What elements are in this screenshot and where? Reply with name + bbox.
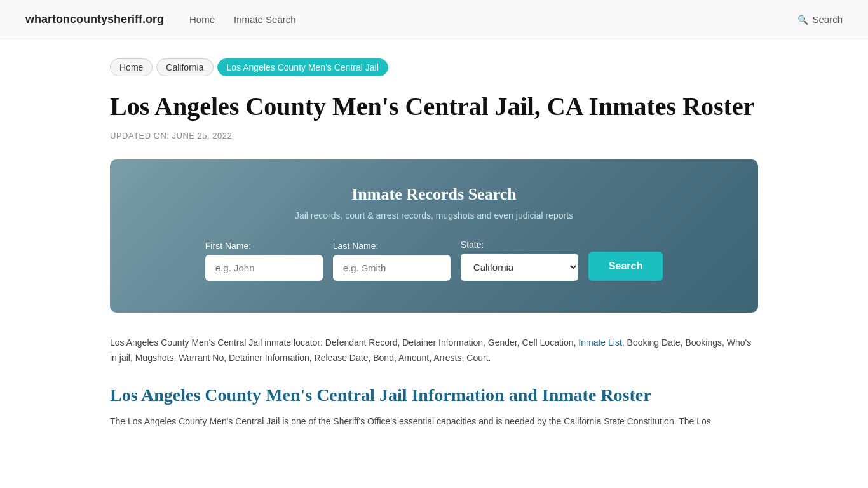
updated-label: UPDATED ON:	[110, 131, 169, 140]
breadcrumb-california[interactable]: California	[156, 58, 213, 76]
search-form: First Name: Last Name: State: AlabamaAla…	[148, 240, 720, 281]
state-label: State:	[461, 240, 484, 250]
navbar: whartoncountysheriff.org Home Inmate Sea…	[0, 0, 868, 39]
state-select[interactable]: AlabamaAlaskaArizonaArkansasCaliforniaCo…	[461, 254, 578, 281]
site-brand[interactable]: whartoncountysheriff.org	[25, 13, 164, 26]
nav-inmate-search[interactable]: Inmate Search	[234, 14, 296, 25]
first-name-label: First Name:	[205, 241, 251, 251]
nav-links: Home Inmate Search	[189, 14, 772, 25]
inmate-list-link[interactable]: Inmate List	[578, 337, 621, 348]
breadcrumb: Home California Los Angeles County Men's…	[110, 58, 758, 76]
search-panel: Inmate Records Search Jail records, cour…	[110, 159, 758, 313]
search-icon: 🔍	[797, 15, 808, 25]
first-name-group: First Name:	[205, 241, 323, 281]
state-group: State: AlabamaAlaskaArizonaArkansasCalif…	[461, 240, 578, 281]
nav-home[interactable]: Home	[189, 14, 215, 25]
first-name-input[interactable]	[205, 255, 323, 281]
bottom-text: The Los Angeles County Men's Central Jai…	[110, 414, 758, 430]
search-button[interactable]: Search	[588, 252, 663, 281]
search-panel-title: Inmate Records Search	[148, 185, 720, 204]
navbar-search[interactable]: 🔍 Search	[797, 14, 843, 25]
navbar-search-label: Search	[812, 14, 843, 25]
breadcrumb-home[interactable]: Home	[110, 58, 153, 76]
last-name-input[interactable]	[333, 255, 451, 281]
last-name-label: Last Name:	[333, 241, 379, 251]
updated-date-value: JUNE 25, 2022	[172, 131, 233, 140]
last-name-group: Last Name:	[333, 241, 451, 281]
section-heading: Los Angeles County Men's Central Jail In…	[110, 385, 758, 405]
page-title: Los Angeles County Men's Central Jail, C…	[110, 92, 758, 122]
main-content: Home California Los Angeles County Men's…	[85, 39, 783, 448]
description-text: Los Angeles County Men's Central Jail in…	[110, 336, 758, 366]
updated-date: UPDATED ON: JUNE 25, 2022	[110, 131, 758, 140]
breadcrumb-jail[interactable]: Los Angeles County Men's Central Jail	[217, 58, 388, 76]
search-panel-subtitle: Jail records, court & arrest records, mu…	[148, 210, 720, 220]
